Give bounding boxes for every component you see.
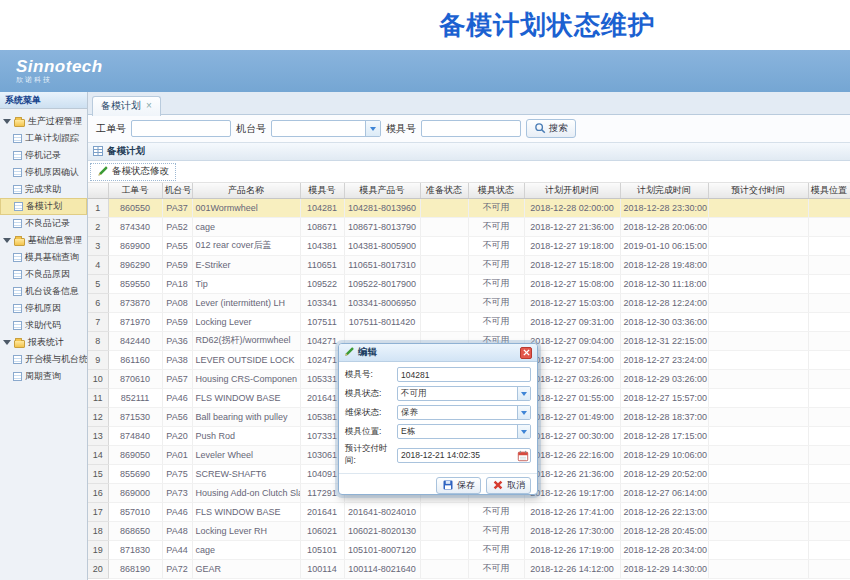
table-row[interactable]: 5859550PA18Tip109522109522-8017900不可用201… [88, 274, 850, 293]
sidebar-item[interactable]: 停机原因确认 [0, 164, 87, 181]
table-cell [708, 540, 808, 559]
row-number-cell: 17 [88, 502, 108, 521]
chevron-down-icon[interactable] [517, 406, 530, 419]
mold-status-field-label: 模具状态: [345, 388, 397, 400]
sidebar-item-label: 不良品原因 [25, 268, 70, 281]
table-cell [708, 312, 808, 331]
table-cell: 105101-8007120 [344, 540, 420, 559]
table-cell: 871970 [108, 312, 162, 331]
tree-group[interactable]: 生产过程管理 [0, 113, 87, 130]
table-cell: 842440 [108, 331, 162, 350]
chevron-down-icon[interactable] [517, 425, 530, 438]
expand-arrow-icon[interactable] [3, 238, 11, 243]
table-cell: 2018-12-28 19:48:00 [620, 255, 708, 274]
table-cell [808, 445, 850, 464]
table-cell: 100114-8021640 [344, 559, 420, 578]
table-cell: Push Rod [192, 426, 300, 445]
mold-location-select[interactable]: E栋 [397, 424, 531, 439]
table-row[interactable]: 18868650PA48Locking Lever RH106021106021… [88, 521, 850, 540]
sidebar-item[interactable]: 完成求助 [0, 181, 87, 198]
sidebar-item-label: 停机原因确认 [25, 166, 79, 179]
sidebar-item[interactable]: 不良品记录 [0, 215, 87, 232]
document-icon [13, 270, 22, 279]
table-row[interactable]: 7871970PA59Locking Lever107511107511-801… [88, 312, 850, 331]
table-cell: PA73 [162, 483, 192, 502]
sidebar-item[interactable]: 求助代码 [0, 317, 87, 334]
table-row[interactable]: 20868190PA72GEAR100114100114-8021640不可用2… [88, 559, 850, 578]
table-cell: 2018-12-28 02:00:00 [524, 198, 620, 217]
chevron-down-icon[interactable] [365, 121, 380, 136]
table-cell [808, 369, 850, 388]
expand-arrow-icon[interactable] [3, 340, 11, 345]
save-button-label: 保存 [457, 479, 475, 492]
order-no-input[interactable] [131, 120, 231, 137]
table-cell: 2018-12-29 10:06:00 [620, 445, 708, 464]
tab-close-icon[interactable] [146, 101, 152, 111]
table-row[interactable]: 2874340PA52cage108671108671-8013790不可用20… [88, 217, 850, 236]
save-button[interactable]: 保存 [436, 477, 481, 494]
delivery-time-field[interactable]: 2018-12-21 14:02:35 [397, 448, 531, 463]
table-row[interactable]: 1860550PA37001Wormwheel104281104281-8013… [88, 198, 850, 217]
machine-no-select[interactable] [271, 120, 381, 137]
page-title: 备模计划状态维护 [0, 8, 850, 43]
sidebar-item-label: 开合模与机台统计页面 [25, 353, 87, 366]
table-cell [808, 540, 850, 559]
tree-group[interactable]: 报表统计 [0, 334, 87, 351]
document-icon [13, 287, 22, 296]
sidebar-item[interactable]: 开合模与机台统计页面 [0, 351, 87, 368]
table-cell: 108671 [300, 217, 344, 236]
table-row[interactable]: 17857010PA46FLS WINDOW BASE201641201641-… [88, 502, 850, 521]
table-row[interactable]: 19871830PA44cage105101105101-8007120不可用2… [88, 540, 850, 559]
sidebar-item[interactable]: 模具基础查询 [0, 249, 87, 266]
calendar-icon[interactable] [517, 450, 529, 462]
close-icon[interactable] [520, 347, 532, 359]
mold-no-input[interactable] [421, 120, 521, 137]
mold-location-value: E栋 [401, 426, 415, 438]
table-cell: 859550 [108, 274, 162, 293]
table-cell: 110651-8017310 [344, 255, 420, 274]
table-cell: 2018-12-27 00:30:00 [524, 426, 620, 445]
cancel-button[interactable]: 取消 [486, 477, 531, 494]
table-cell [708, 521, 808, 540]
table-cell [808, 407, 850, 426]
sidebar-item[interactable]: 工单计划跟踪 [0, 130, 87, 147]
table-cell: 2018-12-29 03:26:00 [620, 369, 708, 388]
search-button[interactable]: 搜索 [526, 119, 576, 138]
table-cell: 不可用 [468, 255, 524, 274]
mold-no-field[interactable]: 104281 [397, 367, 531, 382]
tree-group[interactable]: 基础信息管理 [0, 232, 87, 249]
sidebar-item[interactable]: 不良品原因 [0, 266, 87, 283]
row-number-cell: 14 [88, 445, 108, 464]
document-icon [13, 355, 22, 364]
table-cell: PA56 [162, 407, 192, 426]
sidebar-item[interactable]: 停机原因 [0, 300, 87, 317]
sidebar-item[interactable]: 备模计划 [0, 198, 87, 215]
modal-header: 编辑 [339, 344, 537, 362]
tab-beimo-jihua[interactable]: 备模计划 [92, 96, 161, 116]
sidebar-item[interactable]: 停机记录 [0, 147, 87, 164]
table-cell: 2018-12-27 01:55:00 [524, 388, 620, 407]
maintain-status-select[interactable]: 保养 [397, 405, 531, 420]
table-cell: 2018-12-27 15:57:00 [620, 388, 708, 407]
document-icon [13, 134, 22, 143]
table-cell: PA59 [162, 255, 192, 274]
table-cell: 2018-12-28 20:06:00 [620, 217, 708, 236]
mold-status-select[interactable]: 不可用 [397, 386, 531, 401]
sidebar-item[interactable]: 周期查询 [0, 368, 87, 385]
table-row[interactable]: 6873870PA08Lever (intermittent) LH103341… [88, 293, 850, 312]
table-row[interactable]: 3869900PA55012 rear cover后盖104381104381-… [88, 236, 850, 255]
table-cell [708, 559, 808, 578]
expand-arrow-icon[interactable] [3, 119, 11, 124]
sidebar-item[interactable]: 机台设备信息 [0, 283, 87, 300]
document-icon [13, 304, 22, 313]
table-cell: 不可用 [468, 236, 524, 255]
edit-status-button[interactable]: 备模状态修改 [90, 163, 176, 181]
column-header: 工单号 [108, 183, 162, 198]
chevron-down-icon[interactable] [517, 387, 530, 400]
save-icon [442, 479, 454, 493]
table-cell: 不可用 [468, 312, 524, 331]
table-cell [808, 293, 850, 312]
table-cell: 874840 [108, 426, 162, 445]
table-row[interactable]: 4896290PA59E-Striker110651110651-8017310… [88, 255, 850, 274]
table-cell: 2018-12-27 07:54:00 [524, 350, 620, 369]
